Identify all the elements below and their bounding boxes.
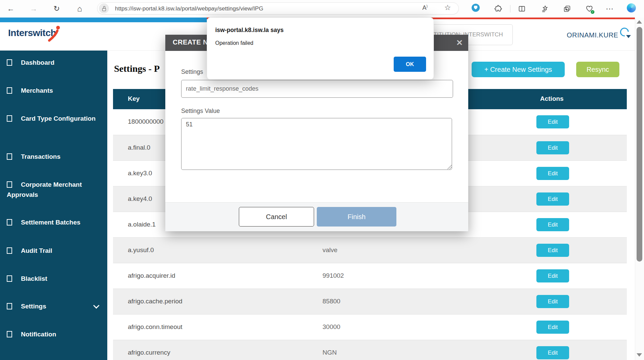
url-text[interactable]: https://isw-portal.k8.isw.la/portal/webp… bbox=[115, 5, 263, 12]
sidebar-item-merchants[interactable]: Merchants bbox=[0, 86, 107, 96]
scrollbar-thumb[interactable] bbox=[637, 27, 642, 262]
finish-button[interactable]: Finish bbox=[317, 207, 396, 227]
scrollbar-up-arrow[interactable] bbox=[637, 20, 642, 24]
row-key: a.yusuf.0 bbox=[128, 246, 154, 254]
settings-value-textarea[interactable]: 51 bbox=[181, 118, 452, 170]
essentials-check-badge: ✓ bbox=[591, 10, 594, 14]
collections-icon[interactable] bbox=[540, 4, 549, 13]
settings-more-icon[interactable]: ... bbox=[606, 2, 614, 11]
chevron-down-icon bbox=[93, 302, 99, 308]
actions-column-header: Actions bbox=[540, 95, 564, 102]
browser-alert-dialog: isw-portal.k8.isw.la says Operation fail… bbox=[207, 18, 434, 80]
table-row: afrigo.cache.period85800Edit bbox=[113, 289, 627, 314]
sidebar-item-audit-trail[interactable]: Audit Trail bbox=[0, 246, 107, 256]
extensions-puzzle-icon[interactable] bbox=[494, 4, 503, 13]
sidebar-item-settlement-batches[interactable]: Settlement Batches bbox=[0, 217, 107, 228]
audit-trail-icon bbox=[7, 247, 12, 254]
row-value: 30000 bbox=[323, 323, 340, 331]
card-type-icon bbox=[7, 115, 12, 122]
extension-icon[interactable] bbox=[472, 4, 480, 12]
page-title: Settings - P bbox=[114, 63, 160, 74]
interswitch-swoosh-icon bbox=[47, 25, 61, 42]
read-aloud-icon[interactable]: A) bbox=[422, 4, 427, 11]
sidebar-item-card-type-configuration[interactable]: Card Type Configuration bbox=[0, 114, 107, 124]
browser-toolbar: ← → ↻ ⌂ https://isw-portal.k8.isw.la/por… bbox=[0, 0, 644, 18]
row-key: a.key4.0 bbox=[128, 195, 152, 203]
settlement-icon bbox=[7, 219, 12, 226]
settings-value-label: Settings Value bbox=[181, 108, 220, 115]
sidebar-item-corporate-merchant-approvals[interactable]: Corporate Merchant Approvals bbox=[0, 180, 107, 200]
page-top-blue-bar bbox=[0, 18, 207, 22]
edit-button[interactable]: Edit bbox=[536, 167, 569, 180]
page-scrollbar[interactable] bbox=[635, 18, 644, 360]
edit-button[interactable]: Edit bbox=[536, 244, 569, 257]
row-key: a.olaide.1 bbox=[128, 221, 156, 228]
row-key: afrigo.cache.period bbox=[128, 298, 183, 305]
sidebar-item-dashboard[interactable]: Dashboard bbox=[0, 58, 107, 68]
modal-footer: Cancel Finish bbox=[165, 202, 468, 231]
refresh-icon[interactable]: ↻ bbox=[51, 3, 62, 14]
user-caret-icon[interactable] bbox=[626, 35, 631, 38]
edit-button[interactable]: Edit bbox=[536, 269, 569, 282]
edit-button[interactable]: Edit bbox=[536, 321, 569, 334]
settings-key-input[interactable] bbox=[181, 80, 453, 98]
edit-button[interactable]: Edit bbox=[536, 295, 569, 308]
resize-grip-icon[interactable] bbox=[447, 165, 452, 169]
address-bar[interactable]: https://isw-portal.k8.isw.la/portal/webp… bbox=[97, 2, 459, 14]
edit-button[interactable]: Edit bbox=[536, 141, 569, 154]
toolbar-separator bbox=[510, 5, 510, 12]
row-key: a.final.0 bbox=[128, 144, 150, 151]
sidebar-item-notification[interactable]: Notification bbox=[0, 329, 107, 339]
row-value: 85800 bbox=[323, 298, 340, 305]
alert-title: isw-portal.k8.isw.la says bbox=[215, 27, 284, 34]
row-value: valve bbox=[323, 246, 337, 254]
row-key: afrigo.currency bbox=[128, 349, 170, 356]
scrollbar-down-arrow[interactable] bbox=[637, 353, 642, 357]
edit-button[interactable]: Edit bbox=[536, 218, 569, 231]
transactions-icon bbox=[7, 153, 12, 160]
sidebar-nav: Dashboard Merchants Card Type Configurat… bbox=[0, 51, 107, 360]
cancel-button[interactable]: Cancel bbox=[239, 207, 314, 227]
sidebar-item-settings[interactable]: Settings bbox=[0, 301, 107, 311]
user-menu[interactable]: ORINAMI.KURE bbox=[567, 31, 618, 39]
key-column-header: Key bbox=[128, 95, 140, 102]
alert-ok-button[interactable]: OK bbox=[394, 57, 426, 72]
table-row: afrigo.conn.timeout30000Edit bbox=[113, 314, 627, 340]
notification-icon bbox=[7, 331, 12, 337]
create-new-settings-button[interactable]: + Create New Settings bbox=[472, 62, 565, 77]
favorite-star-icon[interactable]: ☆ bbox=[444, 3, 451, 12]
table-row: afrigo.acquirer.id991002Edit bbox=[113, 263, 627, 289]
row-key: afrigo.acquirer.id bbox=[128, 272, 175, 279]
copilot-icon[interactable] bbox=[627, 3, 636, 12]
settings-icon bbox=[7, 303, 12, 309]
dashboard-icon bbox=[7, 59, 12, 66]
resync-button[interactable]: Resync bbox=[576, 62, 619, 77]
browser-essentials-icon[interactable]: ✓ bbox=[585, 4, 594, 13]
site-permissions-badge[interactable] bbox=[99, 3, 109, 13]
alert-message: Operation failed bbox=[215, 40, 253, 46]
blacklist-icon bbox=[7, 275, 12, 282]
row-key: 1800000000 bbox=[128, 118, 164, 125]
back-icon[interactable]: ← bbox=[5, 3, 16, 14]
home-icon[interactable]: ⌂ bbox=[74, 3, 85, 14]
settings-key-label: Settings bbox=[181, 68, 203, 76]
sidebar-item-blacklist[interactable]: Blacklist bbox=[0, 274, 107, 284]
row-key: a.key3.0 bbox=[128, 170, 152, 177]
edit-button[interactable]: Edit bbox=[536, 192, 569, 206]
merchants-icon bbox=[7, 87, 12, 94]
table-row: afrigo.currencyNGNEdit bbox=[113, 340, 627, 360]
duplicate-tab-icon[interactable] bbox=[563, 4, 571, 13]
split-screen-icon[interactable] bbox=[517, 4, 526, 13]
row-value: 991002 bbox=[323, 272, 344, 279]
table-row: a.yusuf.0valveEdit bbox=[113, 237, 627, 263]
approvals-icon bbox=[7, 181, 12, 188]
close-icon[interactable]: ✕ bbox=[454, 37, 465, 49]
row-key: afrigo.conn.timeout bbox=[128, 323, 183, 331]
edit-button[interactable]: Edit bbox=[536, 115, 569, 128]
edit-button[interactable]: Edit bbox=[536, 346, 569, 359]
forward-icon[interactable]: → bbox=[28, 3, 39, 14]
row-value: NGN bbox=[323, 349, 337, 356]
sidebar-item-transactions[interactable]: Transactions bbox=[0, 152, 107, 162]
